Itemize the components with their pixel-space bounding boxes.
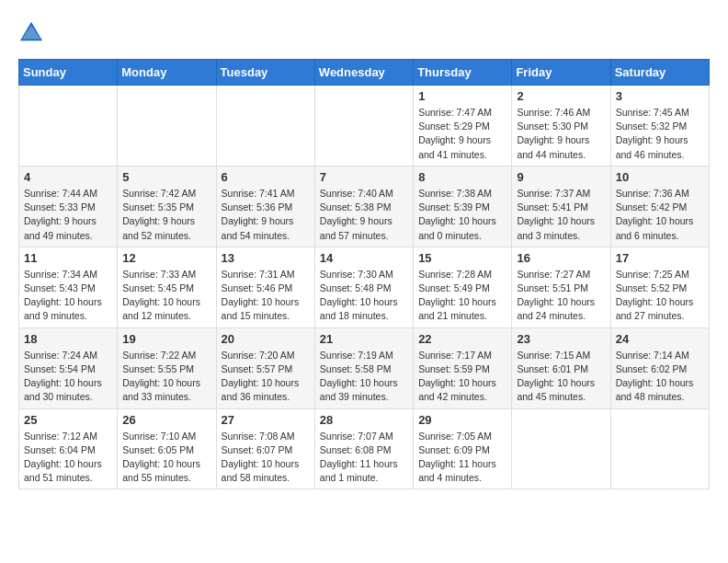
calendar-cell: 1Sunrise: 7:47 AMSunset: 5:29 PMDaylight… — [414, 86, 512, 167]
day-content: Sunrise: 7:30 AMSunset: 5:48 PMDaylight:… — [320, 268, 408, 324]
calendar-week-row: 18Sunrise: 7:24 AMSunset: 5:54 PMDayligh… — [19, 327, 710, 408]
day-number: 5 — [122, 170, 210, 184]
day-number: 10 — [616, 170, 704, 184]
calendar-cell: 27Sunrise: 7:08 AMSunset: 6:07 PMDayligh… — [216, 408, 314, 489]
weekday-header: Thursday — [414, 60, 512, 86]
day-content: Sunrise: 7:38 AMSunset: 5:39 PMDaylight:… — [418, 187, 506, 243]
day-number: 27 — [222, 413, 310, 427]
calendar-cell: 18Sunrise: 7:24 AMSunset: 5:54 PMDayligh… — [19, 327, 118, 408]
calendar-cell: 7Sunrise: 7:40 AMSunset: 5:38 PMDaylight… — [314, 166, 413, 247]
calendar-week-row: 11Sunrise: 7:34 AMSunset: 5:43 PMDayligh… — [19, 247, 710, 327]
day-number: 17 — [616, 251, 704, 265]
calendar-cell — [19, 86, 118, 167]
day-number: 4 — [24, 170, 112, 184]
day-number: 11 — [24, 251, 112, 265]
day-content: Sunrise: 7:19 AMSunset: 5:58 PMDaylight:… — [320, 349, 408, 405]
calendar-cell: 14Sunrise: 7:30 AMSunset: 5:48 PMDayligh… — [314, 247, 413, 327]
calendar-cell: 21Sunrise: 7:19 AMSunset: 5:58 PMDayligh… — [314, 327, 413, 408]
day-content: Sunrise: 7:41 AMSunset: 5:36 PMDaylight:… — [222, 187, 310, 243]
logo-icon — [18, 18, 44, 44]
day-content: Sunrise: 7:05 AMSunset: 6:09 PMDaylight:… — [418, 430, 506, 486]
day-number: 2 — [517, 89, 605, 103]
calendar-week-row: 4Sunrise: 7:44 AMSunset: 5:33 PMDaylight… — [19, 166, 710, 247]
calendar-cell: 8Sunrise: 7:38 AMSunset: 5:39 PMDaylight… — [414, 166, 512, 247]
day-content: Sunrise: 7:14 AMSunset: 6:02 PMDaylight:… — [616, 349, 704, 405]
day-content: Sunrise: 7:33 AMSunset: 5:45 PMDaylight:… — [122, 268, 210, 324]
svg-marker-1 — [22, 25, 41, 39]
calendar-cell — [610, 408, 709, 489]
calendar-table: SundayMondayTuesdayWednesdayThursdayFrid… — [18, 59, 710, 489]
day-content: Sunrise: 7:22 AMSunset: 5:55 PMDaylight:… — [122, 349, 210, 405]
day-number: 21 — [320, 332, 408, 346]
calendar-cell: 26Sunrise: 7:10 AMSunset: 6:05 PMDayligh… — [118, 408, 216, 489]
day-number: 29 — [418, 413, 506, 427]
calendar-cell: 12Sunrise: 7:33 AMSunset: 5:45 PMDayligh… — [118, 247, 216, 327]
day-number: 16 — [517, 251, 605, 265]
calendar-cell: 19Sunrise: 7:22 AMSunset: 5:55 PMDayligh… — [118, 327, 216, 408]
weekday-header: Saturday — [610, 60, 709, 86]
day-content: Sunrise: 7:28 AMSunset: 5:49 PMDaylight:… — [418, 268, 506, 324]
calendar-cell: 13Sunrise: 7:31 AMSunset: 5:46 PMDayligh… — [216, 247, 314, 327]
calendar-cell — [216, 86, 314, 167]
weekday-header: Tuesday — [216, 60, 314, 86]
calendar-cell — [512, 408, 610, 489]
calendar-cell: 22Sunrise: 7:17 AMSunset: 5:59 PMDayligh… — [414, 327, 512, 408]
calendar-cell: 15Sunrise: 7:28 AMSunset: 5:49 PMDayligh… — [414, 247, 512, 327]
day-content: Sunrise: 7:45 AMSunset: 5:32 PMDaylight:… — [616, 106, 704, 162]
day-number: 8 — [418, 170, 506, 184]
calendar-cell — [314, 86, 413, 167]
day-content: Sunrise: 7:36 AMSunset: 5:42 PMDaylight:… — [616, 187, 704, 243]
calendar-cell: 17Sunrise: 7:25 AMSunset: 5:52 PMDayligh… — [610, 247, 709, 327]
day-content: Sunrise: 7:46 AMSunset: 5:30 PMDaylight:… — [517, 106, 605, 162]
calendar-cell: 25Sunrise: 7:12 AMSunset: 6:04 PMDayligh… — [19, 408, 118, 489]
calendar-cell: 11Sunrise: 7:34 AMSunset: 5:43 PMDayligh… — [19, 247, 118, 327]
calendar-cell: 2Sunrise: 7:46 AMSunset: 5:30 PMDaylight… — [512, 86, 610, 167]
calendar-week-row: 25Sunrise: 7:12 AMSunset: 6:04 PMDayligh… — [19, 408, 710, 489]
day-content: Sunrise: 7:17 AMSunset: 5:59 PMDaylight:… — [418, 349, 506, 405]
calendar-cell — [118, 86, 216, 167]
logo — [18, 18, 48, 44]
day-content: Sunrise: 7:07 AMSunset: 6:08 PMDaylight:… — [320, 430, 408, 486]
calendar-cell: 5Sunrise: 7:42 AMSunset: 5:35 PMDaylight… — [118, 166, 216, 247]
day-content: Sunrise: 7:27 AMSunset: 5:51 PMDaylight:… — [517, 268, 605, 324]
day-number: 9 — [517, 170, 605, 184]
day-content: Sunrise: 7:44 AMSunset: 5:33 PMDaylight:… — [24, 187, 112, 243]
day-content: Sunrise: 7:40 AMSunset: 5:38 PMDaylight:… — [320, 187, 408, 243]
day-number: 1 — [418, 89, 506, 103]
day-content: Sunrise: 7:12 AMSunset: 6:04 PMDaylight:… — [24, 430, 112, 486]
day-content: Sunrise: 7:47 AMSunset: 5:29 PMDaylight:… — [418, 106, 506, 162]
day-number: 12 — [122, 251, 210, 265]
calendar-cell: 16Sunrise: 7:27 AMSunset: 5:51 PMDayligh… — [512, 247, 610, 327]
day-content: Sunrise: 7:34 AMSunset: 5:43 PMDaylight:… — [24, 268, 112, 324]
weekday-header: Wednesday — [314, 60, 413, 86]
day-number: 14 — [320, 251, 408, 265]
calendar-cell: 6Sunrise: 7:41 AMSunset: 5:36 PMDaylight… — [216, 166, 314, 247]
day-number: 20 — [222, 332, 310, 346]
calendar-cell: 10Sunrise: 7:36 AMSunset: 5:42 PMDayligh… — [610, 166, 709, 247]
calendar-cell: 9Sunrise: 7:37 AMSunset: 5:41 PMDaylight… — [512, 166, 610, 247]
day-number: 18 — [24, 332, 112, 346]
weekday-header: Friday — [512, 60, 610, 86]
day-number: 24 — [616, 332, 704, 346]
calendar-cell: 29Sunrise: 7:05 AMSunset: 6:09 PMDayligh… — [414, 408, 512, 489]
calendar-cell: 3Sunrise: 7:45 AMSunset: 5:32 PMDaylight… — [610, 86, 709, 167]
calendar-cell: 20Sunrise: 7:20 AMSunset: 5:57 PMDayligh… — [216, 327, 314, 408]
day-content: Sunrise: 7:31 AMSunset: 5:46 PMDaylight:… — [222, 268, 310, 324]
day-number: 25 — [24, 413, 112, 427]
calendar-cell: 23Sunrise: 7:15 AMSunset: 6:01 PMDayligh… — [512, 327, 610, 408]
day-content: Sunrise: 7:08 AMSunset: 6:07 PMDaylight:… — [222, 430, 310, 486]
day-content: Sunrise: 7:20 AMSunset: 5:57 PMDaylight:… — [222, 349, 310, 405]
day-number: 13 — [222, 251, 310, 265]
day-content: Sunrise: 7:24 AMSunset: 5:54 PMDaylight:… — [24, 349, 112, 405]
day-number: 7 — [320, 170, 408, 184]
day-number: 22 — [418, 332, 506, 346]
day-content: Sunrise: 7:37 AMSunset: 5:41 PMDaylight:… — [517, 187, 605, 243]
calendar-cell: 4Sunrise: 7:44 AMSunset: 5:33 PMDaylight… — [19, 166, 118, 247]
day-content: Sunrise: 7:25 AMSunset: 5:52 PMDaylight:… — [616, 268, 704, 324]
calendar-cell: 28Sunrise: 7:07 AMSunset: 6:08 PMDayligh… — [314, 408, 413, 489]
day-number: 28 — [320, 413, 408, 427]
weekday-header-row: SundayMondayTuesdayWednesdayThursdayFrid… — [19, 60, 710, 86]
day-number: 19 — [122, 332, 210, 346]
day-content: Sunrise: 7:42 AMSunset: 5:35 PMDaylight:… — [122, 187, 210, 243]
day-number: 3 — [616, 89, 704, 103]
